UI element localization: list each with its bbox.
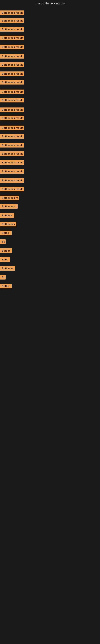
bottleneck-result-badge[interactable]: Bo [0, 239, 6, 244]
bottleneck-result-badge[interactable]: Bottleneck result [0, 54, 24, 58]
bottleneck-result-badge[interactable]: Bottleneck r [0, 204, 18, 209]
bottleneck-badge-container: Bottlenec [0, 266, 15, 272]
bottleneck-result-badge[interactable]: Bottler [0, 248, 12, 253]
bottleneck-result-badge[interactable]: Bottleneck result [0, 98, 24, 102]
bottleneck-badge-container: Bottleneck result [0, 98, 24, 103]
bottleneck-result-badge[interactable]: Bottleneck result [0, 116, 24, 120]
bottleneck-badge-container: Bottleneck [0, 222, 16, 227]
bottleneck-badge-container: Bottle [0, 231, 12, 236]
bottleneck-result-badge[interactable]: Bo [0, 275, 6, 280]
bottleneck-result-badge[interactable]: Bottleneck result [0, 126, 24, 130]
bottleneck-badge-container: Bottleneck result [0, 169, 24, 174]
bottleneck-result-badge[interactable]: Bottleneck result [0, 62, 24, 67]
bottleneck-badge-container: Bottleneck result [0, 151, 24, 157]
bottleneck-result-badge[interactable]: Bottleneck [0, 222, 16, 226]
bottleneck-result-badge[interactable]: Bottleneck result [0, 36, 24, 40]
bottleneck-result-badge[interactable]: Bottleneck result [0, 134, 24, 139]
bottleneck-result-badge[interactable]: Bottleneck result [0, 143, 24, 148]
bottleneck-result-badge[interactable]: Bottle [0, 231, 12, 235]
bottleneck-badge-container: Bottleneck r [0, 204, 18, 210]
bottleneck-result-badge[interactable]: Bottleneck result [0, 10, 24, 15]
bottleneck-result-badge[interactable]: Bottleneck result [0, 27, 24, 32]
bottleneck-badge-container: Bottleneck result [0, 45, 24, 50]
bottleneck-badge-container: Bottle [0, 284, 12, 289]
bottleneck-result-badge[interactable]: Bottleneck result [0, 90, 24, 94]
bottleneck-result-badge[interactable]: Bottleneck result [0, 160, 24, 165]
bottleneck-badge-container: Bottleneck result [0, 90, 24, 95]
bottleneck-badge-container: Bottleneck result [0, 80, 24, 85]
bottleneck-badge-container: Bottleneck result [0, 36, 24, 41]
site-title: TheBottlenecker.com [0, 0, 100, 7]
bottleneck-badge-container: Bottl [0, 257, 10, 263]
bottleneck-badge-container: Bottleneck result [0, 187, 24, 192]
bottleneck-result-badge[interactable]: Bottlenec [0, 266, 15, 271]
bottleneck-badge-container: Bottleneck result [0, 54, 24, 59]
bottleneck-badge-container: Bottleneck re [0, 196, 19, 201]
bottleneck-badge-container: Bottleneck result [0, 178, 24, 184]
bottleneck-result-badge[interactable]: Bottleneck result [0, 151, 24, 156]
bottleneck-result-badge[interactable]: Bottlene [0, 213, 14, 218]
bottleneck-badge-container: Bottleneck result [0, 72, 24, 77]
bottleneck-badge-container: Bottleneck result [0, 18, 24, 24]
bottleneck-result-badge[interactable]: Bottleneck result [0, 169, 24, 174]
bottleneck-result-badge[interactable]: Bottleneck result [0, 18, 24, 23]
bottleneck-result-badge[interactable]: Bottleneck result [0, 72, 24, 76]
bottleneck-result-badge[interactable]: Bottleneck result [0, 45, 24, 49]
bottleneck-result-badge[interactable]: Bottleneck result [0, 187, 24, 192]
bottleneck-badge-container: Bottlene [0, 213, 14, 218]
bottleneck-badge-container: Bottleneck result [0, 116, 24, 121]
bottleneck-badge-container: Bottleneck result [0, 160, 24, 166]
bottleneck-result-badge[interactable]: Bottle [0, 284, 12, 288]
bottleneck-badge-container: Bo [0, 275, 6, 280]
bottleneck-badge-container: Bottleneck result [0, 134, 24, 140]
bottleneck-badge-container: Bo [0, 239, 6, 245]
bottleneck-result-badge[interactable]: Bottl [0, 257, 10, 262]
bottleneck-badge-container: Bottleneck result [0, 62, 24, 68]
bottleneck-badge-container: Bottleneck result [0, 143, 24, 148]
bottleneck-badge-container: Bottler [0, 248, 12, 254]
bottleneck-badge-container: Bottleneck result [0, 27, 24, 32]
bottleneck-badge-container: Bottleneck result [0, 126, 24, 131]
bottleneck-result-badge[interactable]: Bottleneck re [0, 196, 19, 200]
bottleneck-badge-container: Bottleneck result [0, 108, 24, 113]
bottleneck-result-badge[interactable]: Bottleneck result [0, 108, 24, 112]
bottleneck-result-badge[interactable]: Bottleneck result [0, 80, 24, 84]
bottleneck-badge-container: Bottleneck result [0, 10, 24, 16]
bottleneck-result-badge[interactable]: Bottleneck result [0, 178, 24, 183]
